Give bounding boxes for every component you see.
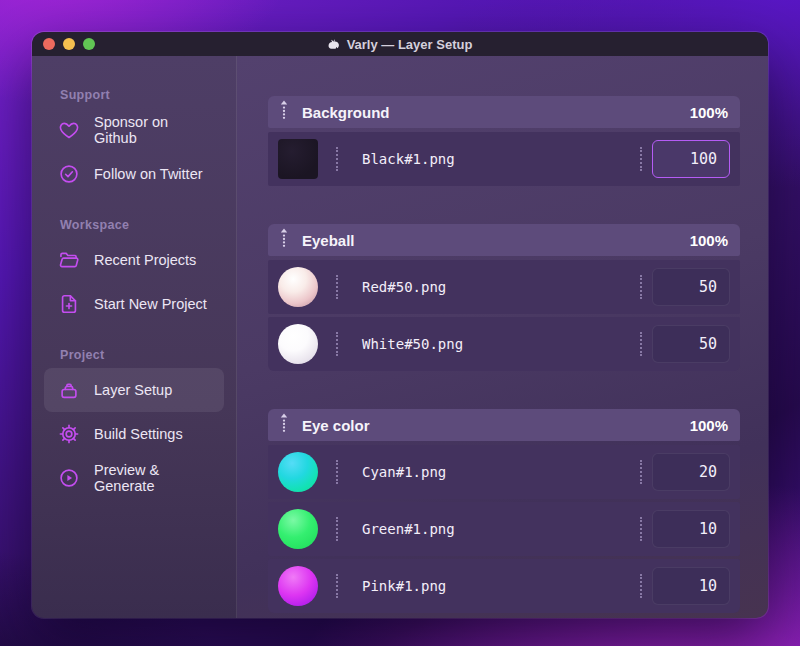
group-rows: Red#50.png White#50.png: [268, 260, 740, 371]
layer-thumbnail-red: [278, 267, 318, 307]
layer-group-eyeball: Eyeball 100% Red#50.png: [268, 224, 740, 371]
sidebar-item-sponsor-github[interactable]: Sponsor on Github: [44, 108, 224, 152]
group-rows: Cyan#1.png Green#1.png: [268, 445, 740, 613]
layer-filename: Pink#1.png: [362, 578, 446, 594]
group-header[interactable]: Eye color 100%: [268, 409, 740, 441]
group-weight: 100%: [690, 232, 728, 249]
play-circle-icon: [58, 467, 80, 489]
layer-filename: Red#50.png: [362, 279, 446, 295]
sidebar-item-start-new-project[interactable]: Start New Project: [44, 282, 224, 326]
layer-filename: Cyan#1.png: [362, 464, 446, 480]
layer-row[interactable]: Red#50.png: [268, 260, 740, 314]
minimize-button[interactable]: [63, 38, 75, 50]
layer-row[interactable]: White#50.png: [268, 317, 740, 371]
sidebar-section-label-support: Support: [44, 88, 224, 102]
group-title: Eyeball: [302, 232, 678, 249]
drag-handle-icon[interactable]: [278, 412, 290, 438]
sidebar: Support Sponsor on Github Follow on Twit…: [32, 56, 237, 618]
drag-grip-icon[interactable]: [640, 517, 642, 541]
drag-grip-icon[interactable]: [640, 147, 642, 171]
layer-row[interactable]: Pink#1.png: [268, 559, 740, 613]
sidebar-item-recent-projects[interactable]: Recent Projects: [44, 238, 224, 282]
layer-thumbnail-black: [278, 139, 318, 179]
layer-thumbnail-cyan: [278, 452, 318, 492]
sidebar-item-label: Start New Project: [94, 296, 207, 312]
group-title: Eye color: [302, 417, 678, 434]
sidebar-item-label: Recent Projects: [94, 252, 196, 268]
layer-row[interactable]: Black#1.png: [268, 132, 740, 186]
sidebar-item-build-settings[interactable]: Build Settings: [44, 412, 224, 456]
drag-grip-icon[interactable]: [336, 147, 338, 171]
layer-row[interactable]: Cyan#1.png: [268, 445, 740, 499]
layers-bag-icon: [58, 379, 80, 401]
group-weight: 100%: [690, 104, 728, 121]
sidebar-item-preview-generate[interactable]: Preview & Generate: [44, 456, 224, 500]
layer-group-background: Background 100% Black#1.png: [268, 96, 740, 186]
layer-thumbnail-green: [278, 509, 318, 549]
gear-icon: [58, 423, 80, 445]
window-title: Varly — Layer Setup: [328, 37, 473, 52]
weight-input[interactable]: [652, 453, 730, 491]
drag-grip-icon[interactable]: [336, 574, 338, 598]
sidebar-item-label: Layer Setup: [94, 382, 172, 398]
weight-input[interactable]: [652, 140, 730, 178]
layer-row[interactable]: Green#1.png: [268, 502, 740, 556]
layer-filename: Black#1.png: [362, 151, 455, 167]
weight-input[interactable]: [652, 510, 730, 548]
titlebar[interactable]: Varly — Layer Setup: [32, 32, 768, 56]
drag-grip-icon[interactable]: [640, 574, 642, 598]
file-plus-icon: [58, 293, 80, 315]
group-weight: 100%: [690, 417, 728, 434]
sidebar-item-label: Build Settings: [94, 426, 183, 442]
drag-grip-icon[interactable]: [336, 517, 338, 541]
sidebar-section-label-workspace: Workspace: [44, 218, 224, 232]
layer-group-eye-color: Eye color 100% Cyan#1.png: [268, 409, 740, 613]
sidebar-item-follow-twitter[interactable]: Follow on Twitter: [44, 152, 224, 196]
sidebar-section-label-project: Project: [44, 348, 224, 362]
sidebar-item-label: Follow on Twitter: [94, 166, 203, 182]
sidebar-item-label: Sponsor on Github: [94, 114, 210, 146]
drag-grip-icon[interactable]: [640, 460, 642, 484]
window-title-text: Varly — Layer Setup: [347, 37, 473, 52]
layer-filename: Green#1.png: [362, 521, 455, 537]
drag-grip-icon[interactable]: [336, 460, 338, 484]
group-rows: Black#1.png: [268, 132, 740, 186]
window-body: Support Sponsor on Github Follow on Twit…: [32, 56, 768, 618]
group-header[interactable]: Background 100%: [268, 96, 740, 128]
drag-grip-icon[interactable]: [640, 332, 642, 356]
app-window: Varly — Layer Setup Support Sponsor on G…: [32, 32, 768, 618]
layer-setup-panel: Background 100% Black#1.png: [237, 56, 768, 618]
sidebar-item-layer-setup[interactable]: Layer Setup: [44, 368, 224, 412]
group-header[interactable]: Eyeball 100%: [268, 224, 740, 256]
weight-input[interactable]: [652, 268, 730, 306]
drag-grip-icon[interactable]: [336, 275, 338, 299]
drag-grip-icon[interactable]: [640, 275, 642, 299]
sidebar-item-label: Preview & Generate: [94, 462, 210, 494]
group-title: Background: [302, 104, 678, 121]
weight-input[interactable]: [652, 567, 730, 605]
weight-input[interactable]: [652, 325, 730, 363]
verified-check-icon: [58, 163, 80, 185]
drag-handle-icon[interactable]: [278, 227, 290, 253]
drag-grip-icon[interactable]: [336, 332, 338, 356]
unicorn-icon: [328, 38, 341, 51]
layer-filename: White#50.png: [362, 336, 463, 352]
traffic-lights: [43, 32, 95, 56]
drag-handle-icon[interactable]: [278, 99, 290, 125]
close-button[interactable]: [43, 38, 55, 50]
zoom-button[interactable]: [83, 38, 95, 50]
layer-thumbnail-pink: [278, 566, 318, 606]
folder-icon: [58, 249, 80, 271]
layer-thumbnail-white: [278, 324, 318, 364]
heart-icon: [58, 119, 80, 141]
